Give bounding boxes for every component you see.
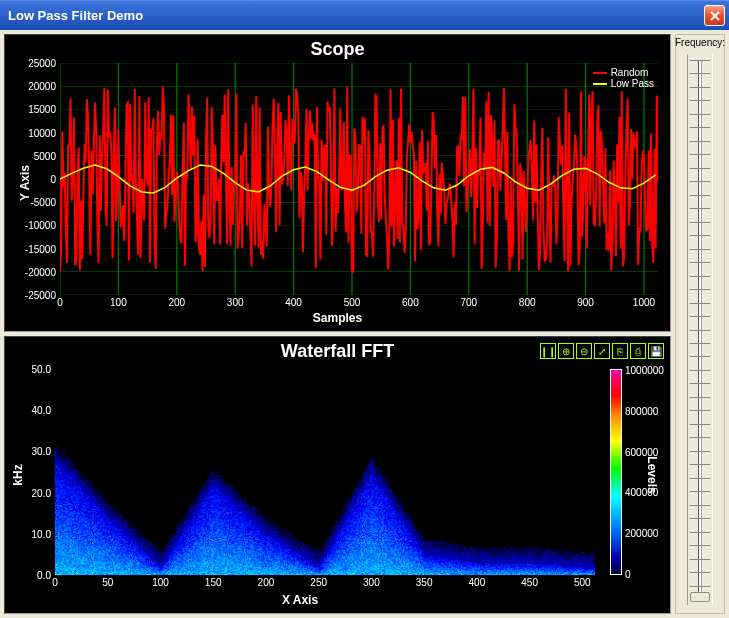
slider-thumb[interactable] — [690, 592, 710, 602]
copy-button[interactable]: ⎘ — [612, 343, 628, 359]
waterfall-canvas — [55, 369, 595, 575]
waterfall-ytick: 40.0 — [32, 405, 55, 416]
scope-title: Scope — [5, 35, 670, 60]
waterfall-panel: Waterfall FFT ❙❙⊕⊖⤢⎘⎙💾 kHz 50.040.030.02… — [4, 336, 671, 614]
pause-icon: ❙❙ — [540, 346, 556, 357]
scope-ytick: 0 — [50, 174, 60, 185]
scope-ytick: 25000 — [28, 58, 60, 69]
scope-xlabel: Samples — [5, 311, 670, 329]
waterfall-toolbar: ❙❙⊕⊖⤢⎘⎙💾 — [540, 343, 664, 359]
waterfall-xtick: 150 — [205, 575, 222, 588]
legend-swatch-lowpass — [593, 83, 607, 85]
colorbar-tick: 1000000 — [621, 365, 664, 376]
scope-xtick: 500 — [344, 295, 361, 308]
waterfall-plot-area: 50.040.030.020.010.00.0 0501001502002503… — [55, 369, 595, 575]
scope-ytick: -5000 — [30, 197, 60, 208]
waterfall-xtick: 250 — [310, 575, 327, 588]
waterfall-xtick: 450 — [521, 575, 538, 588]
scope-xtick: 900 — [577, 295, 594, 308]
waterfall-ytick: 20.0 — [32, 487, 55, 498]
waterfall-xtick: 350 — [416, 575, 433, 588]
waterfall-xtick: 50 — [102, 575, 113, 588]
scope-ytick: 15000 — [28, 104, 60, 115]
scope-xtick: 100 — [110, 295, 127, 308]
window-title: Low Pass Filter Demo — [8, 8, 143, 23]
scope-legend: Random Low Pass — [593, 67, 654, 89]
zoom-fit-button[interactable]: ⤢ — [594, 343, 610, 359]
scope-svg — [60, 63, 658, 295]
waterfall-xtick: 100 — [152, 575, 169, 588]
colorbar-tick: 0 — [621, 569, 631, 580]
close-button[interactable] — [704, 5, 725, 26]
waterfall-ytick: 50.0 — [32, 364, 55, 375]
waterfall-xtick: 400 — [469, 575, 486, 588]
waterfall-colorbar: 10000008000006000004000002000000 — [610, 369, 622, 575]
legend-item-random: Random — [593, 67, 654, 78]
scope-xtick: 700 — [460, 295, 477, 308]
legend-item-lowpass: Low Pass — [593, 78, 654, 89]
print-button[interactable]: ⎙ — [630, 343, 646, 359]
scope-ytick: -25000 — [25, 290, 60, 301]
scope-xtick: 300 — [227, 295, 244, 308]
scope-xtick: 400 — [285, 295, 302, 308]
waterfall-xtick: 0 — [52, 575, 58, 588]
copy-icon: ⎘ — [617, 346, 623, 357]
save-icon: 💾 — [650, 346, 662, 357]
waterfall-xtick: 200 — [258, 575, 275, 588]
waterfall-xlabel: X Axis — [5, 593, 595, 611]
scope-ylabel: Y Axis — [18, 165, 32, 201]
scope-ytick: -15000 — [25, 243, 60, 254]
scope-ytick: -20000 — [25, 266, 60, 277]
colorbar-tick: 800000 — [621, 405, 658, 416]
window-titlebar: Low Pass Filter Demo — [0, 0, 729, 30]
scope-ytick: 5000 — [34, 150, 60, 161]
waterfall-xtick: 500 — [574, 575, 591, 588]
scope-ytick: -10000 — [25, 220, 60, 231]
plots-column: Scope Y Axis Random Low Pass 25000200001… — [4, 34, 671, 614]
colorbar-tick: 200000 — [621, 528, 658, 539]
waterfall-ylabel: kHz — [11, 464, 25, 485]
scope-xtick: 800 — [519, 295, 536, 308]
frequency-label: Frequency: — [675, 37, 725, 48]
slider-ticks — [690, 60, 710, 599]
frequency-slider[interactable] — [687, 54, 713, 605]
zoom-out-icon: ⊖ — [580, 346, 588, 357]
scope-ytick: 10000 — [28, 127, 60, 138]
scope-xtick: 200 — [168, 295, 185, 308]
scope-xtick: 0 — [57, 295, 63, 308]
save-button[interactable]: 💾 — [648, 343, 664, 359]
zoom-out-button[interactable]: ⊖ — [576, 343, 592, 359]
scope-xtick: 600 — [402, 295, 419, 308]
waterfall-ytick: 10.0 — [32, 528, 55, 539]
waterfall-xtick: 300 — [363, 575, 380, 588]
close-icon — [710, 11, 720, 21]
scope-plot-area: Random Low Pass 250002000015000100005000… — [60, 63, 658, 295]
waterfall-levels-label: Levels — [644, 456, 658, 493]
client-area: Scope Y Axis Random Low Pass 25000200001… — [0, 30, 729, 618]
waterfall-ytick: 30.0 — [32, 446, 55, 457]
scope-panel: Scope Y Axis Random Low Pass 25000200001… — [4, 34, 671, 332]
zoom-fit-icon: ⤢ — [598, 346, 606, 357]
zoom-in-button[interactable]: ⊕ — [558, 343, 574, 359]
pause-button[interactable]: ❙❙ — [540, 343, 556, 359]
print-icon: ⎙ — [635, 346, 641, 357]
scope-ytick: 20000 — [28, 81, 60, 92]
legend-swatch-random — [593, 72, 607, 74]
frequency-sidebar: Frequency: — [675, 34, 725, 614]
zoom-in-icon: ⊕ — [562, 346, 570, 357]
scope-xtick: 1000 — [633, 295, 655, 308]
